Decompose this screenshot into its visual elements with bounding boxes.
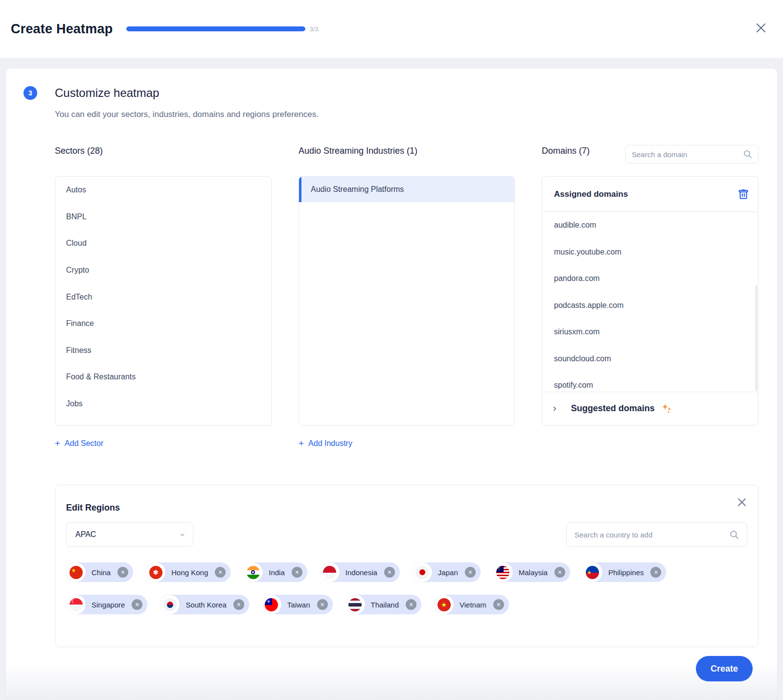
progress-step-label: 3/3 xyxy=(309,25,318,33)
sector-item[interactable]: Cloud xyxy=(55,230,271,257)
domains-column-title: Domains (7) xyxy=(542,146,590,156)
country-chip-label: Vietnam xyxy=(460,601,486,609)
th-flag-icon xyxy=(345,595,365,614)
assigned-domains-title: Assigned domains xyxy=(554,189,628,199)
progress-fill xyxy=(126,26,305,31)
suggested-domains-toggle[interactable]: › Suggested domains xyxy=(542,392,758,424)
sector-item[interactable]: Crypto xyxy=(55,257,271,284)
country-chip-label: Thailand xyxy=(371,601,399,609)
domain-item[interactable]: podcasts.apple.com xyxy=(542,292,758,319)
domain-item[interactable]: pandora.com xyxy=(542,265,758,292)
domain-item[interactable]: spotify.com xyxy=(542,372,758,392)
remove-country-icon[interactable]: × xyxy=(650,567,661,578)
add-industry-button[interactable]: + Add Industry xyxy=(299,439,352,448)
country-chip-label: Hong Kong xyxy=(171,568,208,577)
remove-country-icon[interactable]: × xyxy=(292,567,302,578)
domains-scrollbar[interactable] xyxy=(755,285,758,391)
sector-item[interactable]: Media xyxy=(55,417,271,426)
footer-gradient xyxy=(6,663,777,700)
domain-item[interactable]: siriusxm.com xyxy=(542,319,758,346)
country-chips: ★China×✽Hong Kong×India×Indonesia×Japan×… xyxy=(66,562,748,614)
sg-flag-icon: ☾ xyxy=(66,595,86,614)
remove-country-icon[interactable]: × xyxy=(465,567,476,578)
create-button[interactable]: Create xyxy=(696,656,753,681)
sectors-column-title: Sectors (28) xyxy=(55,146,103,156)
suggested-domains-label: Suggested domains xyxy=(571,403,655,414)
domain-search-field xyxy=(625,145,759,163)
edit-regions-title: Edit Regions xyxy=(66,503,120,513)
domain-item[interactable]: audible.com xyxy=(542,212,758,239)
chevron-down-icon: › xyxy=(178,533,188,536)
add-sector-button[interactable]: + Add Sector xyxy=(55,439,103,448)
country-chip-label: Philippines xyxy=(608,568,644,577)
remove-country-icon[interactable]: × xyxy=(406,599,416,610)
step-number-badge: 3 xyxy=(23,86,37,100)
remove-country-icon[interactable]: × xyxy=(554,567,565,578)
country-chip: ★Vietnam× xyxy=(434,595,509,614)
sector-item[interactable]: Jobs xyxy=(55,391,271,418)
remove-country-icon[interactable]: × xyxy=(493,599,504,610)
tw-flag-icon: ✳ xyxy=(262,595,281,614)
edit-regions-panel: Edit Regions APAC › ★China×✽Hong Kong×In… xyxy=(55,485,759,647)
progress-bar: 3/3 xyxy=(126,25,318,33)
remove-country-icon[interactable]: × xyxy=(117,567,128,578)
step-title: Customize heatmap xyxy=(55,86,159,100)
region-dropdown[interactable]: APAC › xyxy=(66,522,193,547)
country-chip-label: India xyxy=(269,568,285,577)
country-chip: ✽Hong Kong× xyxy=(146,562,230,582)
cn-flag-icon: ★ xyxy=(66,562,86,582)
domain-item[interactable]: music.youtube.com xyxy=(542,239,758,266)
sector-item[interactable]: EdTech xyxy=(55,283,271,310)
sector-item[interactable]: Fitness xyxy=(55,337,271,364)
sector-item[interactable]: Autos xyxy=(55,177,271,204)
sparkles-icon xyxy=(661,402,672,414)
remove-country-icon[interactable]: × xyxy=(215,567,226,578)
country-chip-label: Japan xyxy=(438,568,458,577)
country-chip-label: Indonesia xyxy=(345,568,377,577)
country-chip-label: South Korea xyxy=(185,601,226,609)
sector-item[interactable]: Food & Restaurants xyxy=(55,364,271,391)
industry-item-selected[interactable]: Audio Streaming Platforms xyxy=(299,177,514,202)
remove-country-icon[interactable]: × xyxy=(233,599,244,610)
modal-header: Create Heatmap 3/3 xyxy=(0,0,783,58)
country-chip-label: China xyxy=(92,568,111,577)
close-icon[interactable] xyxy=(737,497,747,508)
country-chip-label: Taiwan xyxy=(287,601,310,609)
domains-card: Assigned domains audible.commusic.youtub… xyxy=(542,176,759,426)
page-title: Create Heatmap xyxy=(11,22,113,37)
ph-flag-icon: ★ xyxy=(583,562,602,582)
trash-icon[interactable] xyxy=(738,189,748,200)
remove-country-icon[interactable]: × xyxy=(317,599,328,610)
close-icon[interactable] xyxy=(755,22,767,34)
my-flag-icon: ☾ xyxy=(493,562,513,582)
industries-list: Audio Streaming Platforms xyxy=(299,176,515,426)
country-search-input[interactable] xyxy=(575,531,730,539)
hk-flag-icon: ✽ xyxy=(146,562,165,582)
sectors-list: AutosBNPLCloudCryptoEdTechFinanceFitness… xyxy=(55,176,272,426)
in-flag-icon xyxy=(243,562,263,582)
search-icon xyxy=(730,530,739,539)
country-chip: Japan× xyxy=(413,562,481,582)
domain-search-input[interactable] xyxy=(632,150,743,159)
add-sector-label: Add Sector xyxy=(65,439,103,448)
chevron-right-icon: › xyxy=(553,402,556,414)
sector-item[interactable]: Finance xyxy=(55,310,271,337)
country-chip: Indonesia× xyxy=(320,562,400,582)
search-icon xyxy=(743,150,752,159)
remove-country-icon[interactable]: × xyxy=(132,599,142,610)
domain-item[interactable]: soundcloud.com xyxy=(542,346,758,373)
industries-column-title: Audio Streaming Industries (1) xyxy=(299,146,417,156)
customize-heatmap-card: 3 Customize heatmap You can edit your se… xyxy=(6,69,777,700)
remove-country-icon[interactable]: × xyxy=(384,567,395,578)
sector-item[interactable]: BNPL xyxy=(55,204,271,231)
step-subtitle: You can edit your sectors, industries, d… xyxy=(55,110,319,119)
country-search-field xyxy=(566,522,747,547)
id-flag-icon xyxy=(320,562,340,582)
country-chip: ✳Taiwan× xyxy=(262,595,333,614)
plus-icon: + xyxy=(55,439,60,448)
plus-icon: + xyxy=(299,439,304,448)
region-dropdown-value: APAC xyxy=(75,530,96,539)
add-industry-label: Add Industry xyxy=(308,439,352,448)
country-chip: India× xyxy=(243,562,307,582)
country-chip: South Korea× xyxy=(160,595,249,614)
